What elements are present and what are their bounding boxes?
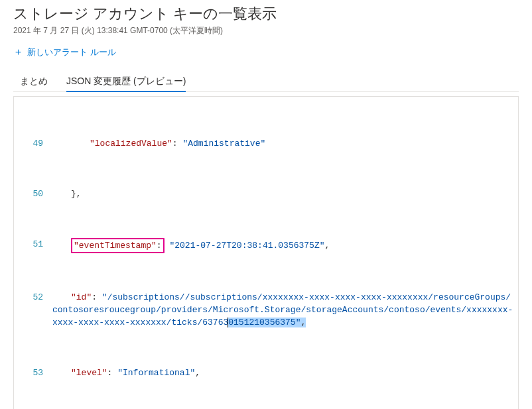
json-value: "Informational" <box>117 368 195 378</box>
new-alert-rule-label: 新しいアラート ルール <box>27 46 116 58</box>
json-value: "Administrative" <box>182 139 265 148</box>
new-alert-rule-button[interactable]: ＋ 新しいアラート ルール <box>13 46 116 58</box>
page-subtitle: 2021 年 7 月 27 日 (火) 13:38:41 GMT-0700 (太… <box>13 25 519 36</box>
highlight-box-event-timestamp: "eventTimestamp": <box>71 238 165 253</box>
tab-bar: まとめ JSON 変更履歴 (プレビュー) <box>13 72 519 92</box>
plus-icon: ＋ <box>13 46 23 58</box>
json-key: "id" <box>71 292 92 302</box>
tab-json-history[interactable]: JSON 変更履歴 (プレビュー) <box>66 72 186 91</box>
line-number: 50 <box>14 188 52 200</box>
json-key: "level" <box>71 368 107 378</box>
json-value: "2021-07-27T20:38:41.0356375Z" <box>169 241 324 251</box>
tab-summary[interactable]: まとめ <box>20 72 48 91</box>
line-number: 53 <box>14 367 52 379</box>
json-key: "eventTimestamp" <box>74 241 157 251</box>
json-key: "localizedValue" <box>90 139 172 148</box>
line-number: 51 <box>14 238 52 251</box>
line-number: 49 <box>14 137 52 150</box>
json-viewer[interactable]: 49 "localizedValue": "Administrative" 50… <box>13 96 519 409</box>
line-number: 52 <box>14 291 52 304</box>
json-punct: }, <box>71 189 82 199</box>
json-value: "/subscriptions//subscriptions/xxxxxxxx-… <box>52 292 513 327</box>
page-title: ストレージ アカウント キーの一覧表示 <box>13 4 519 24</box>
selection-highlight: 0151210356375" <box>228 318 300 327</box>
